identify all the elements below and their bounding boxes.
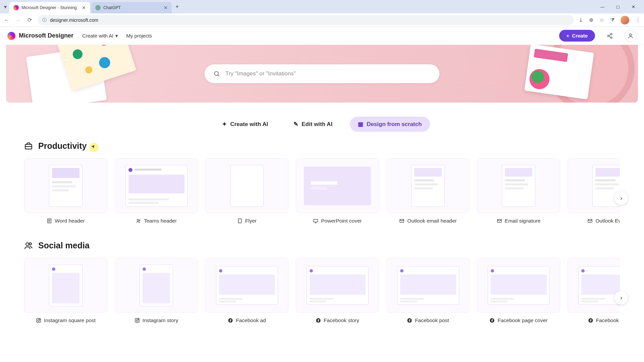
bookmark-icon[interactable]: ☆ — [599, 17, 604, 23]
close-icon[interactable]: ✕ — [82, 5, 86, 10]
app-nav: Create with AI ▾ My projects — [82, 33, 152, 39]
template-card-social-6[interactable]: Facebook ever — [568, 258, 620, 323]
template-label: Facebook page cover — [497, 317, 547, 323]
back-button[interactable]: ← — [3, 17, 10, 23]
template-card-social-4[interactable]: Facebook post — [386, 258, 470, 323]
template-card-productivity-0[interactable]: Word header — [24, 158, 107, 224]
url-text: designer.microsoft.com — [50, 17, 98, 23]
template-card-productivity-3[interactable]: PowerPoint cover — [296, 158, 379, 224]
create-button[interactable]: + Create — [559, 30, 595, 42]
template-label-row: Instagram square post — [24, 317, 107, 323]
tabs-dropdown[interactable]: ▾ — [2, 4, 9, 10]
template-label-row: Outlook email header — [386, 218, 470, 224]
mail-icon — [497, 218, 502, 224]
zoom-icon[interactable]: ⊕ — [589, 17, 593, 23]
svg-point-17 — [38, 319, 39, 321]
template-card-productivity-1[interactable]: Teams header — [115, 158, 198, 224]
tab-design-from-scratch[interactable]: ▦ Design from scratch — [350, 117, 430, 132]
template-label: Email signature — [505, 218, 541, 224]
template-label-row: Teams header — [115, 218, 198, 224]
template-card-productivity-4[interactable]: Outlook email header — [386, 158, 470, 224]
section-social-media: Social media Instagram square postInstag… — [0, 241, 644, 340]
template-card-social-0[interactable]: Instagram square post — [24, 258, 107, 323]
template-label: Teams header — [144, 218, 177, 224]
chevron-down-icon: ▾ — [115, 33, 118, 39]
wand-icon: ✎ — [293, 121, 298, 128]
close-window-button[interactable]: ✕ — [629, 4, 638, 9]
template-label-row: Instagram story — [115, 317, 198, 323]
svg-point-3 — [630, 34, 632, 36]
scroll-next-button[interactable]: › — [614, 191, 628, 205]
nav-create-with-ai[interactable]: Create with AI ▾ — [82, 33, 118, 39]
nav-label: My projects — [126, 33, 152, 39]
svg-point-0 — [610, 33, 612, 35]
forward-button[interactable]: → — [15, 17, 21, 23]
mail-icon — [587, 218, 593, 224]
svg-point-14 — [26, 243, 29, 246]
template-row: Word headerTeams headerFlyerPowerPoint c… — [24, 158, 620, 224]
hero-decoration-right — [521, 45, 621, 103]
template-card-productivity-6[interactable]: Outlook Eventif — [568, 158, 620, 224]
close-icon[interactable]: ✕ — [164, 5, 168, 10]
search-input[interactable] — [225, 70, 431, 77]
scroll-next-button[interactable]: › — [614, 291, 628, 304]
template-label: Facebook ever — [596, 317, 620, 323]
template-card-social-2[interactable]: Facebook ad — [205, 258, 288, 323]
svg-point-1 — [607, 35, 609, 37]
site-info-icon[interactable]: ⓘ — [42, 17, 47, 23]
template-thumbnail — [24, 158, 107, 213]
template-thumbnail — [205, 258, 288, 313]
reload-button[interactable]: ⟳ — [26, 17, 33, 23]
url-field[interactable]: ⓘ designer.microsoft.com — [38, 15, 574, 25]
doc-icon — [237, 218, 243, 224]
nav-my-projects[interactable]: My projects — [126, 33, 152, 39]
svg-point-18 — [40, 319, 40, 319]
tab-edit-with-ai[interactable]: ✎ Edit with AI — [285, 117, 340, 132]
pill-label: Design from scratch — [367, 121, 422, 128]
new-tab-button[interactable]: + — [172, 2, 182, 11]
ig-icon — [135, 318, 140, 323]
minimize-button[interactable]: — — [598, 4, 607, 9]
app-logo[interactable]: Microsoft Designer — [7, 32, 73, 40]
template-card-productivity-2[interactable]: Flyer — [205, 158, 288, 224]
word-icon — [47, 218, 52, 224]
template-label-row: Facebook post — [386, 317, 470, 323]
template-thumbnail — [386, 258, 470, 313]
install-app-icon[interactable]: ⤓ — [579, 17, 583, 23]
browser-tab-designer[interactable]: Microsoft Designer - Stunning ✕ — [9, 2, 90, 13]
template-card-social-5[interactable]: Facebook page cover — [477, 258, 560, 323]
template-card-social-1[interactable]: Instagram story — [115, 258, 198, 323]
menu-icon[interactable]: ⋮ — [635, 17, 641, 23]
app-header: Microsoft Designer Create with AI ▾ My p… — [0, 27, 644, 45]
template-label: Flyer — [245, 218, 257, 224]
layout-icon: ▦ — [358, 121, 363, 128]
favicon-chatgpt — [95, 5, 101, 10]
maximize-button[interactable]: ◻ — [613, 4, 623, 9]
teams-icon — [136, 218, 141, 224]
search-icon — [213, 70, 220, 77]
template-card-social-3[interactable]: Facebook story — [296, 258, 379, 323]
fb-icon — [316, 318, 321, 323]
cursor-highlight — [89, 143, 99, 152]
profile-avatar[interactable] — [621, 16, 629, 24]
nav-label: Create with AI — [82, 33, 113, 39]
hero-banner — [6, 45, 638, 103]
browser-tab-chatgpt[interactable]: ChatGPT ✕ — [91, 2, 172, 13]
share-icon[interactable] — [604, 30, 616, 42]
template-label: Outlook Eventif — [595, 218, 620, 224]
template-thumbnail — [24, 258, 107, 313]
section-header: Social media — [24, 241, 620, 250]
template-label-row: Email signature — [477, 218, 560, 224]
template-row: Instagram square postInstagram storyFace… — [24, 258, 620, 323]
template-card-productivity-5[interactable]: Email signature — [477, 158, 560, 224]
pill-label: Edit with AI — [302, 121, 332, 128]
template-thumbnail — [115, 158, 198, 213]
account-icon[interactable] — [625, 30, 637, 42]
section-title: Productivity — [38, 141, 87, 151]
template-label-row: PowerPoint cover — [296, 218, 379, 224]
tab-title: ChatGPT — [103, 5, 161, 10]
tab-create-with-ai[interactable]: ✦ Create with AI — [214, 117, 276, 132]
hero-search[interactable] — [205, 64, 439, 83]
template-thumbnail — [477, 158, 560, 213]
extensions-icon[interactable]: ⧩ — [610, 17, 614, 23]
